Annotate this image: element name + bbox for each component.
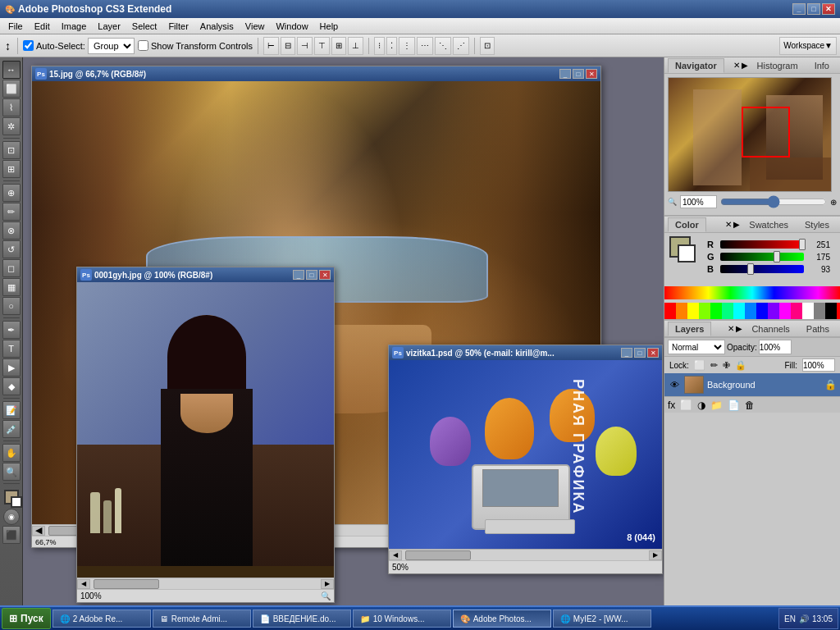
tool-zoom[interactable]: 🔍 — [2, 463, 21, 481]
menu-file[interactable]: File — [3, 20, 28, 33]
nav-zoom-input[interactable]: 100% — [680, 195, 717, 208]
align-left-button[interactable]: ⊢ — [263, 37, 279, 55]
align-right-button[interactable]: ⊣ — [297, 37, 313, 55]
tab-paths[interactable]: Paths — [799, 322, 837, 336]
layer-group-icon[interactable]: 📁 — [710, 399, 723, 411]
g-slider-track[interactable] — [720, 253, 804, 261]
layers-panel-options[interactable]: ▶ — [736, 324, 742, 333]
tool-eraser[interactable]: ◻ — [2, 259, 21, 277]
layer-adj-icon[interactable]: ◑ — [697, 399, 705, 411]
menu-image[interactable]: Image — [57, 20, 92, 33]
menu-filter[interactable]: Filter — [163, 20, 193, 33]
auto-select-checkbox[interactable] — [23, 40, 34, 51]
color-spectrum-bar[interactable] — [664, 286, 840, 299]
photo3-scrollbar[interactable]: ◀ ▶ — [389, 549, 662, 560]
background-color-box[interactable] — [678, 244, 696, 262]
tab-styles[interactable]: Styles — [797, 217, 837, 232]
auto-select-dropdown[interactable]: Group — [88, 38, 135, 54]
color-panel-close[interactable]: ✕ — [725, 220, 732, 229]
auto-align-button[interactable]: ⊡ — [480, 37, 495, 55]
g-slider-thumb[interactable] — [774, 251, 780, 262]
tool-shape[interactable]: ◆ — [2, 377, 21, 395]
menu-help[interactable]: Help — [315, 20, 344, 33]
move-tool-icon[interactable]: ↕ — [3, 38, 12, 54]
nav-zoom-in-icon[interactable]: ⊕ — [830, 198, 837, 207]
maximize-button[interactable]: □ — [807, 3, 820, 15]
tab-swatches[interactable]: Swatches — [742, 217, 796, 232]
workspace-button[interactable]: Workspace ▼ — [779, 37, 837, 55]
menu-select[interactable]: Select — [127, 20, 162, 33]
align-bottom-button[interactable]: ⊥ — [348, 37, 363, 55]
b-slider-thumb[interactable] — [747, 263, 754, 275]
lang-indicator[interactable]: EN — [784, 614, 796, 623]
r-slider-track[interactable] — [720, 240, 804, 249]
foreground-color-swatch[interactable] — [4, 490, 19, 504]
menu-edit[interactable]: Edit — [30, 20, 55, 33]
show-transform-checkbox[interactable] — [138, 40, 148, 51]
main-doc-titlebar[interactable]: Ps 15.jpg @ 66,7% (RGB/8#) _ □ ✕ — [32, 66, 600, 81]
tool-magic-wand[interactable]: ✲ — [2, 117, 21, 135]
dist-4[interactable]: ⋯ — [417, 37, 433, 55]
main-doc-maximize[interactable]: □ — [573, 69, 584, 79]
main-doc-minimize[interactable]: _ — [559, 69, 571, 79]
taskbar-item-4[interactable]: 🎨 Adobe Photos... — [453, 609, 551, 628]
tool-lasso[interactable]: ⌇ — [2, 98, 21, 116]
tab-navigator[interactable]: Navigator — [668, 58, 724, 73]
dist-1[interactable]: ⁝ — [374, 37, 385, 55]
layer-mask-icon[interactable]: ⬜ — [680, 399, 692, 411]
photo2-scrollbar[interactable]: ◀ ▶ — [77, 578, 334, 589]
nav-zoom-out-icon[interactable]: 🔍 — [668, 198, 677, 206]
photo2-scroll-right[interactable]: ▶ — [321, 579, 334, 589]
tab-layers[interactable]: Layers — [668, 322, 711, 336]
photo2-minimize[interactable]: _ — [293, 270, 304, 280]
minimize-button[interactable]: _ — [792, 3, 806, 15]
align-top-button[interactable]: ⊤ — [314, 37, 330, 55]
photo2-close[interactable]: ✕ — [319, 270, 331, 280]
tab-channels[interactable]: Channels — [744, 322, 797, 336]
taskbar-item-3[interactable]: 📁 10 Windows... — [353, 609, 451, 628]
scroll-left-btn[interactable]: ◀ — [32, 526, 45, 536]
photo2-scroll-left[interactable]: ◀ — [77, 579, 90, 589]
navigator-close-btn[interactable]: ✕ — [733, 61, 740, 70]
fill-input[interactable] — [802, 358, 835, 372]
tool-crop[interactable]: ⊡ — [2, 141, 21, 159]
lock-brush-icon[interactable]: ✏ — [710, 360, 718, 371]
tool-type[interactable]: T — [2, 340, 21, 358]
photo3-scroll-track[interactable] — [477, 550, 646, 560]
lock-all-icon[interactable]: 🔒 — [735, 360, 746, 371]
photo2-maximize[interactable]: □ — [306, 270, 317, 280]
opacity-input[interactable] — [759, 340, 792, 354]
blend-mode-select[interactable]: Normal — [668, 340, 725, 354]
dist-2[interactable]: ⁚ — [386, 37, 397, 55]
start-button[interactable]: ⊞ Пуск — [2, 608, 51, 629]
lock-transparent-icon[interactable]: ⬜ — [694, 360, 705, 371]
layer-fx-icon[interactable]: fx — [668, 399, 675, 411]
color-panel-options[interactable]: ▶ — [733, 220, 740, 229]
layer-row-background[interactable]: 👁 Background 🔒 — [664, 373, 840, 396]
photo2-scroll-thumb[interactable] — [94, 579, 159, 589]
close-button[interactable]: ✕ — [822, 3, 835, 15]
tool-brush[interactable]: ✏ — [2, 203, 21, 221]
dist-5[interactable]: ⋱ — [435, 37, 451, 55]
photo3-maximize[interactable]: □ — [634, 348, 646, 358]
tool-path-select[interactable]: ▶ — [2, 358, 21, 377]
tab-color[interactable]: Color — [668, 217, 706, 232]
layer-delete-icon[interactable]: 🗑 — [745, 399, 755, 411]
menu-layer[interactable]: Layer — [93, 20, 126, 33]
tool-move[interactable]: ↔ — [2, 61, 21, 79]
lock-move-icon[interactable]: ✙ — [723, 360, 730, 371]
layer-visibility-toggle[interactable]: 👁 — [668, 378, 681, 391]
tool-eyedropper[interactable]: 💉 — [2, 420, 21, 438]
tab-histogram[interactable]: Histogram — [750, 58, 806, 73]
menu-view[interactable]: View — [240, 20, 270, 33]
photo3-minimize[interactable]: _ — [621, 348, 632, 358]
layer-new-icon[interactable]: 📄 — [728, 399, 740, 411]
tool-healing[interactable]: ⊕ — [2, 184, 21, 202]
tool-history[interactable]: ↺ — [2, 240, 21, 258]
tool-gradient[interactable]: ▦ — [2, 278, 21, 296]
tool-dodge[interactable]: ○ — [2, 297, 21, 315]
tool-clone[interactable]: ⊗ — [2, 221, 21, 240]
taskbar-item-2[interactable]: 📄 ВВЕДЕНИЕ.do... — [253, 609, 351, 628]
photo3-scroll-left[interactable]: ◀ — [389, 550, 402, 560]
tab-info[interactable]: Info — [807, 58, 837, 73]
